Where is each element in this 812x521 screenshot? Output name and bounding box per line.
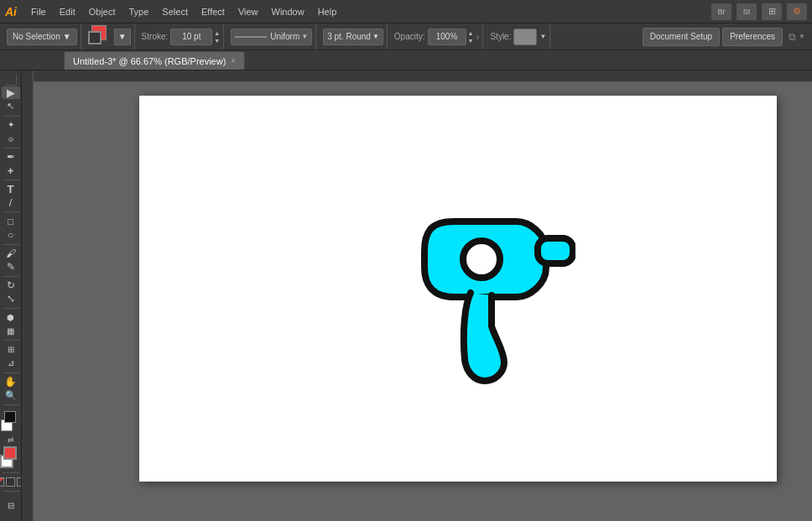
svg-rect-0 [34, 70, 812, 82]
menu-object[interactable]: Object [83, 4, 122, 19]
profile-dropdown[interactable]: 3 pt. Round ▼ [323, 29, 383, 45]
opacity-down-arrow[interactable]: ▼ [468, 37, 474, 44]
no-selection-dropdown[interactable]: No Selection ▼ [7, 29, 77, 45]
artboard-tool[interactable]: ⊞ [2, 343, 20, 356]
main-layout: ▶ ↖ ✦ ⌾ ✒ + T / □ ○ 🖌 ✎ ↻ ⤡ ⬢ ▦ ⊞ ⊿ ✋ 🔍 [0, 70, 812, 521]
pencil-tool[interactable]: ✎ [2, 261, 20, 274]
fill-color-swatch[interactable] [3, 446, 17, 460]
stroke-label: Stroke: [142, 32, 169, 41]
svg-rect-1 [22, 70, 34, 521]
sync-icon[interactable]: ⚙ [787, 3, 807, 20]
add-anchor-tool[interactable]: + [2, 164, 20, 177]
scale-tool[interactable]: ⤡ [2, 293, 20, 305]
dropdown-arrow: ▼ [63, 32, 71, 41]
pen-tool[interactable]: ✒ [2, 151, 20, 164]
ellipse-tool[interactable]: ○ [2, 228, 20, 241]
artboard [139, 96, 777, 482]
stroke-style-arrow: ▼ [301, 33, 308, 40]
document-setup-button[interactable]: Document Setup [643, 28, 721, 46]
opacity-input[interactable] [428, 29, 466, 45]
stock-icon[interactable]: St [737, 3, 757, 20]
toolbox-bottom: ⇄ ⊟ [0, 403, 22, 518]
ruler-corner [5, 74, 17, 86]
hairdryer-illustration [408, 205, 575, 399]
svg-rect-2 [538, 238, 573, 263]
zoom-tool[interactable]: 🔍 [2, 389, 20, 402]
stroke-up-arrow[interactable]: ▲ [214, 29, 220, 37]
document-tab[interactable]: Untitled-3* @ 66.67% (RGB/Preview) × [64, 51, 245, 70]
screen-mode-button[interactable]: ⊟ [2, 496, 20, 514]
uniform-label: Uniform [270, 32, 299, 41]
ruler-left [22, 70, 34, 521]
stroke-stepper[interactable]: ▲ ▼ [170, 29, 220, 45]
style-swatch[interactable] [513, 29, 537, 45]
default-colors [1, 411, 21, 431]
tab-label: Untitled-3* @ 66.67% (RGB/Preview) [73, 56, 226, 66]
options-toolbar: No Selection ▼ ▼ Stroke: ▲ ▼ Uniform ▼ [0, 23, 812, 50]
tool-separator-5 [3, 244, 19, 245]
menu-select[interactable]: Select [156, 4, 194, 19]
arrange-icon[interactable]: ⧉ [789, 31, 796, 43]
rotate-tool[interactable]: ↻ [2, 279, 20, 292]
stroke-swatch[interactable] [88, 31, 102, 44]
tab-bar: Untitled-3* @ 66.67% (RGB/Preview) × [0, 50, 812, 70]
direct-selection-tool[interactable]: ↖ [2, 100, 20, 112]
type-tool[interactable]: T [2, 183, 20, 195]
fill-stroke-selector[interactable] [88, 25, 112, 49]
menu-view[interactable]: View [232, 4, 264, 19]
tab-close-button[interactable]: × [231, 56, 236, 65]
stroke-value-input[interactable] [170, 29, 212, 45]
swap-colors-icon[interactable]: ⇄ [8, 435, 14, 444]
app-logo: Ai [5, 5, 17, 18]
gradient-mode-icon[interactable] [6, 477, 15, 487]
lasso-tool[interactable]: ⌾ [2, 133, 20, 145]
opacity-up-arrow[interactable]: ▲ [468, 29, 474, 37]
menu-window[interactable]: Window [266, 4, 310, 19]
tool-separator-1 [3, 116, 19, 117]
bridge-icon[interactable]: Br [711, 3, 731, 20]
color-mode-icon[interactable] [0, 477, 4, 487]
ruler-top: // ticks [34, 70, 812, 82]
tool-separator-6 [3, 276, 19, 277]
paintbrush-tool[interactable]: 🖌 [2, 247, 20, 259]
slice-tool[interactable]: ⊿ [2, 357, 20, 369]
stroke-group: Stroke: ▲ ▼ [138, 23, 225, 49]
menu-type[interactable]: Type [123, 4, 155, 19]
default-fg-color [4, 411, 16, 423]
toolbox: ▶ ↖ ✦ ⌾ ✒ + T / □ ○ 🖌 ✎ ↻ ⤡ ⬢ ▦ ⊞ ⊿ ✋ 🔍 [0, 70, 22, 521]
tool-separator-color2 [3, 472, 19, 473]
line-tool[interactable]: / [2, 196, 20, 209]
tool-separator-9 [3, 373, 19, 373]
menu-file[interactable]: File [25, 4, 52, 19]
magic-wand-tool[interactable]: ✦ [2, 118, 20, 131]
stroke-line-preview [235, 36, 267, 38]
color-mode-icons [0, 477, 22, 487]
menu-edit[interactable]: Edit [54, 4, 81, 19]
opacity-label: Opacity: [394, 32, 425, 41]
style-group: Style: ▼ [487, 23, 550, 49]
stroke-down-arrow[interactable]: ▼ [214, 37, 220, 44]
doc-prefs-group: Document Setup Preferences ⧉ ▼ [639, 23, 809, 49]
rectangle-tool[interactable]: □ [2, 215, 20, 227]
opacity-stepper: ▲ ▼ [428, 29, 474, 45]
selection-group: No Selection ▼ [3, 23, 81, 49]
fill-type-selector[interactable]: ▼ [114, 29, 131, 45]
menu-effect[interactable]: Effect [195, 4, 231, 19]
opacity-more-icon[interactable]: › [476, 31, 479, 43]
tool-separator-8 [3, 340, 19, 341]
toolbar-more-arrow[interactable]: ▼ [799, 33, 805, 40]
blend-tool[interactable]: ⬢ [2, 311, 20, 324]
column-graph-tool[interactable]: ▦ [2, 325, 20, 337]
menu-help[interactable]: Help [312, 4, 343, 19]
preferences-button[interactable]: Preferences [722, 28, 783, 46]
grid-icon[interactable]: ⊞ [762, 3, 782, 20]
fill-stroke-group: ▼ [85, 23, 135, 49]
opacity-group: Opacity: ▲ ▼ › [391, 23, 484, 49]
canvas-area[interactable]: // ticks [22, 70, 812, 521]
tool-separator-4 [3, 211, 19, 212]
style-arrow[interactable]: ▼ [539, 33, 546, 40]
svg-point-3 [463, 241, 500, 278]
selection-tool[interactable]: ▶ [2, 86, 20, 99]
hand-tool[interactable]: ✋ [2, 375, 20, 388]
stroke-style-dropdown[interactable]: Uniform ▼ [231, 29, 312, 45]
